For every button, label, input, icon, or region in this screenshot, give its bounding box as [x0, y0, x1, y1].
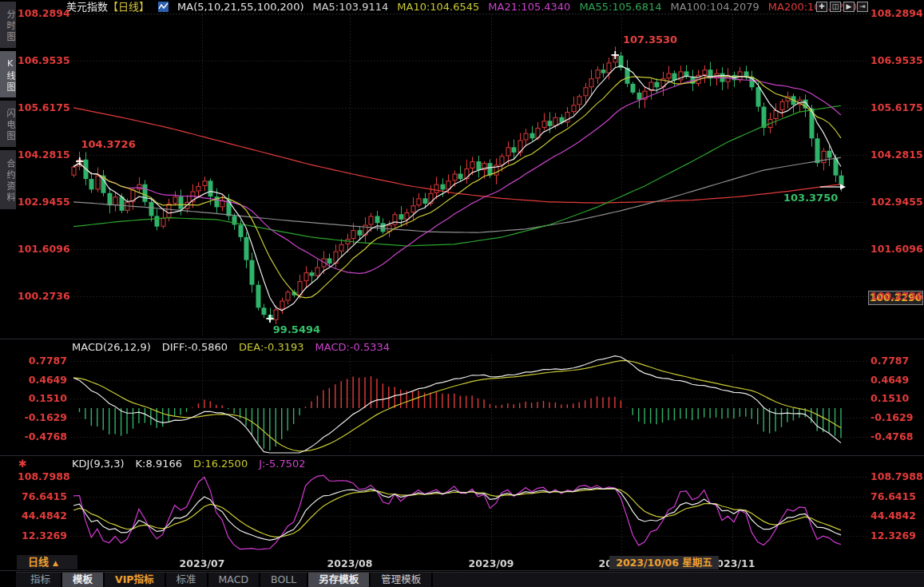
- price-marker-cross: +: [74, 155, 84, 168]
- price-axis-label-right: 100.2736: [870, 290, 920, 303]
- price-axis-label-left: 105.6175: [18, 101, 67, 114]
- sidebar-item-kline-chart[interactable]: K线图: [0, 51, 16, 97]
- x-axis-label: 2023/07: [170, 557, 234, 570]
- toolbar-tab-manage-templates[interactable]: 管理模板: [371, 573, 433, 587]
- macd-axis-label-right: 0.4649: [870, 374, 920, 387]
- macd-axis-label-left: -0.4768: [18, 430, 67, 443]
- macd-diff-value: DIFF:-0.5860: [162, 341, 228, 354]
- kdj-title: KDJ(9,3,3): [72, 458, 125, 470]
- toolbar-tab-indicators[interactable]: 指标: [20, 573, 62, 587]
- macd-dea-value: DEA:-0.3193: [239, 341, 303, 354]
- bottom-toolbar: 指标模板VIP指标标准MACDBOLL另存模板管理模板: [16, 572, 924, 587]
- axis-scale-icon[interactable]: ◫: [830, 2, 841, 12]
- price-axis-label-right: 105.6175: [870, 101, 920, 114]
- crosshair-date-badge: 2023/10/06 星期五: [609, 556, 719, 569]
- macd-axis-label-left: 0.4649: [18, 374, 67, 387]
- kdj-k-value: K:8.9166: [136, 458, 182, 470]
- playback-icon[interactable]: ▶: [843, 2, 855, 12]
- page-forward-icon[interactable]: ⇥: [857, 2, 868, 12]
- price-annotation: 99.5494: [273, 324, 320, 335]
- macd-axis-label-left: 0.1510: [18, 392, 67, 405]
- toolbar-tab-save-template[interactable]: 另存模板: [308, 573, 371, 587]
- macd-title: MACD(26,12,9): [72, 341, 151, 354]
- kdj-axis-label-right: 76.6415: [870, 490, 920, 503]
- ma21-value: MA21:105.4340: [488, 1, 570, 14]
- kdj-axis-label-left: 44.4842: [18, 510, 67, 522]
- price-axis-label-left: 106.9535: [18, 54, 67, 67]
- price-axis-label-right: 102.9455: [870, 196, 920, 208]
- symbol-title: 美元指数: [66, 1, 108, 14]
- macd-axis-label-right: 0.7787: [870, 355, 920, 367]
- toolbar-tab-standard[interactable]: 标准: [166, 573, 208, 587]
- ma5-value: MA5:103.9114: [312, 1, 388, 14]
- price-axis-label-left: 102.9455: [18, 196, 67, 208]
- price-axis-label-left: 101.6096: [18, 243, 67, 256]
- kdj-axis-label-left: 76.6415: [18, 490, 67, 503]
- price-axis-label-left: 100.2736: [18, 290, 67, 303]
- price-annotation: 104.3726: [81, 139, 135, 150]
- macd-axis-label-right: -0.1629: [870, 411, 920, 424]
- ma-formula: MA(5,10,21,55,100,200): [177, 1, 303, 14]
- crosshair-icon[interactable]: ✚: [816, 2, 827, 12]
- macd-axis-label-left: -0.1629: [18, 411, 67, 424]
- ma100-value: MA100:104.2079: [670, 1, 759, 14]
- toolbar-tab-boll[interactable]: BOLL: [260, 573, 308, 587]
- price-annotation: 103.3750: [783, 192, 838, 204]
- price-axis-label-right: 106.9535: [870, 54, 920, 67]
- kdj-j-value: J:-5.7502: [259, 458, 305, 470]
- price-axis-label-left: 104.2815: [18, 149, 67, 161]
- kdj-axis-label-left: 108.7988: [18, 470, 67, 483]
- kdj-d-value: D:16.2500: [193, 458, 248, 470]
- price-axis-label-left: 108.2894: [18, 7, 67, 20]
- price-annotation: 107.3530: [623, 34, 677, 46]
- price-axis-label-right: 104.2815: [870, 149, 920, 161]
- ma55-value: MA55:105.6814: [579, 1, 661, 14]
- ma10-value: MA10:104.6545: [397, 1, 479, 14]
- toolbar-tab-macd[interactable]: MACD: [208, 573, 260, 587]
- kdj-axis-label-left: 12.3269: [18, 529, 67, 542]
- macd-axis-label-right: 0.1510: [870, 392, 920, 405]
- kdj-header: KDJ(9,3,3) K:8.9166 D:16.2500 J:-5.7502: [72, 458, 306, 470]
- period-label: 【日线】: [108, 1, 149, 14]
- price-axis-label-right: 108.2894: [870, 7, 920, 20]
- indicator-settings-icon[interactable]: ✱: [18, 458, 27, 470]
- macd-axis-label-right: -0.4768: [870, 430, 920, 443]
- trading-app-window: { "app": { "header": { "title": "美元指数", …: [0, 0, 924, 587]
- x-axis-label: 2023/09: [459, 557, 523, 570]
- sidebar-item-time-chart[interactable]: 分时图: [0, 2, 16, 48]
- chart-canvas[interactable]: [0, 0, 924, 587]
- ma-chart-icon[interactable]: [158, 2, 169, 12]
- kdj-axis-label-right: 44.4842: [870, 510, 920, 522]
- x-axis-label: 2023/08: [318, 557, 382, 570]
- toolbar-tab-vip-indicators[interactable]: VIP指标: [105, 573, 166, 587]
- price-marker-cross: +: [610, 49, 620, 61]
- chevron-up-icon: ▲: [53, 559, 58, 567]
- period-selector[interactable]: 日线▲: [17, 555, 77, 569]
- price-axis-label-right: 101.6096: [870, 243, 920, 256]
- sidebar-item-contract-info[interactable]: 合约资料: [0, 150, 16, 209]
- macd-header: MACD(26,12,9) DIFF:-0.5860 DEA:-0.3193 M…: [72, 341, 390, 354]
- macd-axis-label-left: 0.7787: [18, 355, 67, 367]
- macd-macd-value: MACD:-0.5334: [315, 341, 391, 354]
- kdj-axis-label-right: 108.7988: [870, 470, 920, 483]
- sidebar-item-lightning-chart[interactable]: 闪电图: [0, 101, 16, 147]
- chart-toolbar-icons: ✚ ◫ ▶ ⇥: [816, 2, 868, 12]
- chart-header: 美元指数 【日线】 MA(5,10,21,55,100,200) MA5:103…: [66, 0, 857, 14]
- toolbar-tab-templates[interactable]: 模板: [62, 573, 105, 587]
- kdj-axis-label-right: 12.3269: [870, 529, 920, 542]
